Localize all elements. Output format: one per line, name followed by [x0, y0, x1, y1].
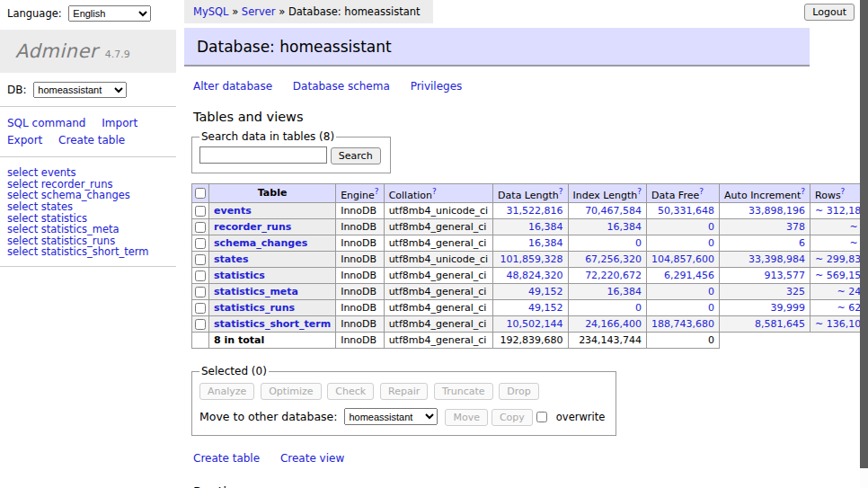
index-length-link[interactable]: 0: [635, 237, 642, 249]
search-button[interactable]: Search: [331, 147, 381, 164]
data-length-link[interactable]: 31,522,816: [507, 205, 563, 217]
breadcrumb-mysql[interactable]: MySQL: [193, 5, 229, 18]
data-length-link[interactable]: 10,502,144: [507, 318, 563, 330]
col-collation: Collation?: [384, 183, 492, 203]
search-input[interactable]: [199, 146, 327, 164]
data-length-link[interactable]: 16,384: [528, 237, 563, 249]
auto-increment-link[interactable]: 378: [786, 221, 805, 233]
repair-button[interactable]: Repair: [380, 383, 428, 400]
scrollbar-thumb[interactable]: [860, 0, 868, 468]
breadcrumb-current: Database: homeassistant: [288, 5, 421, 18]
auto-increment-link[interactable]: 33,398,984: [748, 253, 805, 265]
auto-increment-link[interactable]: 33,898,196: [748, 205, 805, 217]
index-length-link[interactable]: 72,220,672: [585, 270, 642, 281]
data-free-link[interactable]: 104,857,600: [651, 253, 714, 265]
language-select[interactable]: English: [68, 5, 151, 22]
sidebar-item-select-statistics-meta[interactable]: select statistics_meta: [7, 224, 176, 235]
move-button[interactable]: Move: [445, 409, 488, 426]
table-row: statistics InnoDB utf8mb4_general_ci 48,…: [192, 268, 868, 284]
create-view-link[interactable]: Create view: [280, 452, 344, 465]
help-icon[interactable]: ?: [801, 187, 805, 196]
index-length-link[interactable]: 0: [635, 302, 642, 314]
index-length-link[interactable]: 16,384: [607, 221, 642, 233]
table-name-link[interactable]: recorder_runs: [214, 221, 291, 233]
index-length-link[interactable]: 67,256,320: [585, 253, 642, 265]
move-database-select[interactable]: homeassistant: [344, 408, 438, 425]
engine-cell: InnoDB: [336, 252, 384, 268]
breadcrumb-server[interactable]: Server: [242, 5, 276, 18]
main-content: Database: homeassistant Alter database D…: [184, 22, 810, 488]
table-name-link[interactable]: states: [214, 253, 249, 265]
data-free-link[interactable]: 50,331,648: [658, 205, 714, 217]
page-title: Database: homeassistant: [184, 28, 810, 67]
select-all-checkbox[interactable]: [195, 188, 206, 199]
table-name-link[interactable]: statistics_short_term: [214, 318, 331, 330]
logout-button[interactable]: Logout: [804, 4, 855, 21]
table-name-link[interactable]: statistics_meta: [214, 286, 298, 297]
create-table-link[interactable]: Create table: [193, 452, 260, 465]
row-checkbox[interactable]: [195, 206, 206, 217]
data-length-link[interactable]: 16,384: [528, 221, 563, 233]
collation-cell: utf8mb4_unicode_ci: [384, 203, 492, 219]
alter-database-link[interactable]: Alter database: [193, 80, 272, 93]
auto-increment-link[interactable]: 8,581,645: [755, 318, 805, 330]
index-length-link[interactable]: 24,166,400: [585, 318, 642, 330]
sidebar-item-select-states[interactable]: select states: [7, 201, 176, 213]
row-checkbox[interactable]: [195, 287, 206, 297]
copy-button[interactable]: Copy: [492, 409, 533, 426]
sidebar-item-select-statistics-short-term[interactable]: select statistics_short_term: [7, 246, 176, 258]
table-name-link[interactable]: statistics: [214, 270, 265, 281]
row-checkbox[interactable]: [195, 271, 206, 281]
sidebar-item-select-events[interactable]: select events: [7, 167, 176, 179]
database-schema-link[interactable]: Database schema: [293, 80, 390, 93]
data-length-link[interactable]: 49,152: [528, 302, 563, 314]
data-length-link[interactable]: 48,824,320: [507, 270, 563, 281]
check-button[interactable]: Check: [327, 383, 374, 400]
vertical-scrollbar[interactable]: [860, 0, 868, 488]
totals-row: 8 in total InnoDB utf8mb4_general_ci 192…: [192, 333, 868, 349]
database-links: Alter database Database schema Privilege…: [193, 80, 810, 93]
help-icon[interactable]: ?: [637, 187, 642, 196]
row-checkbox[interactable]: [195, 319, 206, 330]
data-free-link[interactable]: 0: [708, 237, 714, 249]
auto-increment-link[interactable]: 6: [799, 237, 805, 249]
truncate-button[interactable]: Truncate: [434, 383, 492, 400]
col-engine: Engine?: [336, 183, 384, 203]
table-name-link[interactable]: events: [214, 205, 252, 217]
index-length-link[interactable]: 16,384: [607, 286, 642, 297]
sidebar-link-create-table[interactable]: Create table: [58, 134, 125, 146]
auto-increment-link[interactable]: 325: [786, 286, 805, 297]
privileges-link[interactable]: Privileges: [411, 80, 463, 93]
help-icon[interactable]: ?: [841, 187, 846, 196]
row-checkbox[interactable]: [195, 222, 206, 233]
table-name-link[interactable]: schema_changes: [214, 237, 307, 249]
collation-cell: utf8mb4_general_ci: [384, 284, 492, 300]
overwrite-checkbox[interactable]: [536, 412, 547, 422]
sidebar-link-export[interactable]: Export: [7, 134, 42, 146]
optimize-button[interactable]: Optimize: [261, 383, 321, 400]
row-checkbox[interactable]: [195, 303, 206, 314]
auto-increment-link[interactable]: 913,577: [765, 270, 806, 281]
help-icon[interactable]: ?: [559, 187, 563, 196]
analyze-button[interactable]: Analyze: [199, 383, 254, 400]
data-free-link[interactable]: 0: [708, 286, 714, 297]
help-icon[interactable]: ?: [699, 187, 704, 196]
data-length-link[interactable]: 49,152: [528, 286, 563, 297]
data-free-link[interactable]: 6,291,456: [664, 270, 714, 281]
breadcrumb-separator: »: [279, 5, 285, 18]
help-icon[interactable]: ?: [432, 187, 437, 196]
sidebar-link-sql-command[interactable]: SQL command: [7, 117, 85, 129]
help-icon[interactable]: ?: [375, 187, 379, 196]
row-checkbox[interactable]: [195, 254, 206, 265]
index-length-link[interactable]: 70,467,584: [585, 205, 642, 217]
db-select[interactable]: homeassistant: [33, 82, 127, 98]
data-free-link[interactable]: 0: [708, 221, 714, 233]
data-length-link[interactable]: 101,859,328: [500, 253, 563, 265]
data-free-link[interactable]: 0: [708, 302, 714, 314]
auto-increment-link[interactable]: 39,999: [771, 302, 806, 314]
row-checkbox[interactable]: [195, 238, 206, 249]
drop-button[interactable]: Drop: [499, 383, 538, 400]
sidebar-link-import[interactable]: Import: [102, 117, 137, 129]
table-name-link[interactable]: statistics_runs: [214, 302, 295, 314]
data-free-link[interactable]: 188,743,680: [651, 318, 714, 330]
